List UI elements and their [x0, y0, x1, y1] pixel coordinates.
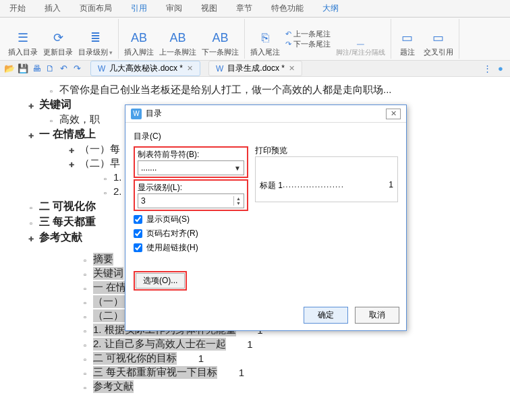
para-text: （一）每	[80, 143, 120, 156]
toc-level: 1	[234, 338, 253, 350]
open-icon[interactable]: 📂	[4, 63, 15, 74]
cloud-icon[interactable]: ●	[495, 63, 506, 74]
next-footnote-icon: AB	[213, 30, 229, 46]
heading: 关键词	[39, 98, 72, 112]
quick-access-toolbar: 📂 💾 🖶 🗋 ↶ ↷ W 几大高效秘诀.docx * ✕ W 目录生成.doc…	[0, 61, 510, 77]
right-align-checkbox[interactable]: 页码右对齐(R)	[134, 228, 248, 239]
toc-level: 1	[225, 367, 244, 378]
level-spinner[interactable]: 3 ▲▼	[138, 193, 244, 208]
refresh-icon: ⟳	[50, 30, 66, 46]
preview-pane: 标题 1 .....................1 标题 2 .......…	[255, 156, 398, 202]
close-icon[interactable]: ✕	[289, 64, 295, 73]
level-label: 显示级别(L):	[138, 182, 244, 193]
redo-icon[interactable]: ↷	[72, 63, 82, 74]
toc-entry: 二 可视化你的目标	[93, 352, 177, 365]
close-icon[interactable]: ✕	[187, 64, 193, 73]
caption-button[interactable]: ▭ 题注	[394, 19, 421, 59]
insert-footnote-button[interactable]: AB 插入脚注	[121, 19, 157, 59]
update-toc-button[interactable]: ⟳ 更新目录	[40, 19, 76, 59]
insert-endnote-button[interactable]: ⎘ 插入尾注	[248, 19, 283, 59]
toc-entry: 摘要	[93, 253, 113, 266]
crossref-button[interactable]: ▭ 交叉引用	[421, 19, 456, 59]
footnote-icon: AB	[131, 30, 147, 46]
tab-review[interactable]: 审阅	[157, 0, 192, 17]
app-icon: W	[131, 109, 142, 119]
preview-icon[interactable]: 🗋	[45, 63, 55, 74]
doc-tab-inactive[interactable]: W 目录生成.docx * ✕	[208, 61, 302, 76]
prev-footnote-button[interactable]: AB 上一条脚注	[157, 19, 199, 59]
ok-button[interactable]: 确定	[304, 307, 348, 324]
para-text: 高效，职	[59, 113, 100, 126]
print-icon[interactable]: 🖶	[31, 63, 42, 74]
hyperlink-checkbox[interactable]: 使用超链接(H)	[134, 242, 248, 253]
dialog-titlebar: W 目录 ✕	[125, 105, 406, 123]
ribbon-tabs: 开始 插入 页面布局 引用 审阅 视图 章节 特色功能 大纲	[0, 0, 510, 18]
next-endnote-button[interactable]: ↷ 下一条尾注	[285, 39, 331, 49]
list-icon: ≣	[88, 30, 104, 46]
toc-c-label: 目录(C)	[134, 131, 398, 142]
heading: 一 在情感上	[39, 127, 96, 142]
tab-section[interactable]: 章节	[227, 0, 262, 17]
separator-button[interactable]: ⎯ 脚注/尾注分隔线	[333, 19, 388, 59]
leader-dropdown[interactable]: ....... ▼	[138, 160, 244, 175]
next-footnote-button[interactable]: AB 下一条脚注	[199, 19, 242, 59]
leader-label: 制表符前导符(B):	[138, 149, 244, 160]
tab-features[interactable]: 特色功能	[262, 0, 313, 17]
save-icon[interactable]: 💾	[18, 63, 28, 74]
tab-outline[interactable]: 大纲	[313, 0, 348, 17]
crossref-icon: ▭	[430, 30, 447, 46]
prev-endnote-button[interactable]: ↶ 上一条尾注	[285, 29, 331, 39]
tab-view[interactable]: 视图	[192, 0, 227, 17]
preview-label: 打印预览	[255, 145, 398, 156]
toc-level: 1	[185, 353, 204, 364]
chevron-down-icon: ▼	[234, 164, 241, 172]
toc-dialog: W 目录 ✕ 目录(C) 制表符前导符(B): ....... ▼ 显示级别(L…	[125, 104, 407, 331]
caption-icon: ▭	[399, 30, 416, 46]
undo-icon[interactable]: ↶	[58, 63, 69, 74]
heading: 三 每天都重	[39, 215, 96, 229]
tab-start[interactable]: 开始	[0, 0, 35, 17]
doc-tab-active[interactable]: W 几大高效秘诀.docx * ✕	[90, 61, 200, 76]
toc-entry: 参考文献	[93, 380, 134, 393]
show-page-checkbox[interactable]: 显示页码(S)	[134, 214, 248, 225]
dialog-close-button[interactable]: ✕	[386, 109, 401, 119]
separator-icon: ⎯	[352, 30, 368, 47]
ribbon: ☰ 插入目录 ⟳ 更新目录 ≣ 目录级别▾ AB 插入脚注 AB 上一条脚注 A…	[0, 18, 510, 61]
toc-level-button[interactable]: ≣ 目录级别▾	[76, 19, 115, 59]
cancel-button[interactable]: 取消	[355, 307, 399, 324]
options-button[interactable]: 选项(O)...	[136, 273, 185, 289]
menu-icon[interactable]: ⋮	[482, 63, 492, 74]
tab-insert[interactable]: 插入	[35, 0, 70, 17]
level-highlight: 显示级别(L): 3 ▲▼	[134, 179, 248, 211]
prev-footnote-icon: AB	[170, 30, 186, 46]
toc-entry: 三 每天都重新审视一下目标	[93, 366, 217, 379]
spinner-buttons[interactable]: ▲▼	[233, 196, 241, 206]
doc-tab-label: 几大高效秘诀.docx *	[109, 63, 183, 74]
leader-highlight: 制表符前导符(B): ....... ▼	[134, 146, 248, 178]
toc-icon: ☰	[15, 30, 31, 46]
toc-entry: 2. 让自己多与高效人士在一起	[93, 338, 226, 351]
toc-entry: 关键词	[93, 267, 123, 280]
heading: 二 可视化你	[39, 200, 96, 214]
doc-tab-label: 目录生成.docx *	[227, 63, 285, 74]
heading: 参考文献	[39, 231, 82, 245]
para-text: 不管你是自己创业当老板还是给别人打工，做一个高效的人都是走向职场...	[59, 84, 392, 96]
tab-layout[interactable]: 页面布局	[70, 0, 121, 17]
tab-references[interactable]: 引用	[121, 0, 157, 17]
endnote-icon: ⎘	[257, 30, 273, 46]
dialog-title: 目录	[146, 108, 162, 119]
para-text: （二）早	[80, 157, 120, 170]
insert-toc-button[interactable]: ☰ 插入目录	[5, 19, 40, 59]
